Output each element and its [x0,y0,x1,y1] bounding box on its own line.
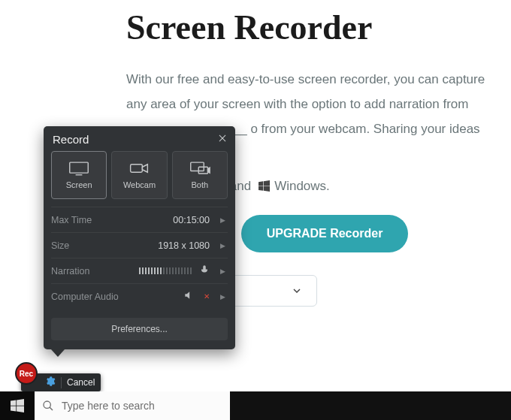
tab-screen[interactable]: Screen [51,151,107,199]
popup-title: Record [53,133,89,146]
upgrade-recorder-button[interactable]: UPGRADE Recorder [241,215,409,252]
size-value: 1918 x 1080 [77,240,210,251]
chevron-right-icon: ▶ [217,293,228,301]
popup-titlebar: Record [44,126,235,151]
chevron-right-icon: ▶ [217,242,228,249]
screen-icon [68,161,89,176]
rec-button[interactable]: Rec [17,364,36,383]
popup-tail [51,349,65,357]
svg-rect-7 [198,167,207,174]
row-size[interactable]: Size 1918 x 1080 ▶ [51,232,228,258]
search-icon [42,400,54,412]
tab-screen-label: Screen [66,180,92,189]
narration-label: Narration [51,266,89,276]
speaker-muted-icon[interactable] [183,290,194,303]
windows-start-icon [11,399,24,412]
svg-rect-2 [70,162,89,173]
chevron-right-icon: ▶ [217,216,228,224]
platform-windows: Windows. [274,179,330,194]
narration-level [97,267,192,274]
row-narration[interactable]: Narration ▶ [51,258,228,283]
maxtime-label: Max Time [51,215,92,225]
row-computer-audio[interactable]: Computer Audio ✕ ▶ [51,283,228,309]
windows-taskbar: Type here to search [0,391,511,420]
row-maxtime[interactable]: Max Time 00:15:00 ▶ [51,207,228,232]
start-button[interactable] [0,391,35,420]
tab-both[interactable]: Both [172,151,228,199]
chevron-right-icon: ▶ [217,267,228,275]
close-icon[interactable] [217,133,228,146]
svg-marker-8 [207,168,210,173]
mute-indicator: ✕ [204,292,210,301]
cancel-button[interactable]: Cancel [67,377,95,388]
maxtime-value: 00:15:00 [99,215,210,225]
both-icon [189,161,210,176]
audio-label: Computer Audio [51,292,119,302]
tab-webcam-label: Webcam [123,180,156,189]
chevron-down-icon [291,285,303,297]
tab-both-label: Both [192,180,209,189]
taskbar-search[interactable]: Type here to search [35,391,230,420]
preferences-button[interactable]: Preferences... [51,318,228,340]
search-placeholder: Type here to search [62,400,155,412]
svg-marker-5 [143,165,148,173]
page-title: Screen Recorder [126,8,488,47]
size-label: Size [51,240,69,251]
gear-icon[interactable] [44,376,56,389]
tab-webcam[interactable]: Webcam [111,151,167,199]
microphone-icon[interactable] [199,264,210,277]
webcam-icon [129,161,150,176]
record-popup: Record Screen Webcam Both Max Time 00:15… [44,126,235,349]
windows-icon [259,180,270,192]
svg-line-10 [50,407,53,410]
svg-point-9 [44,401,50,408]
svg-rect-4 [131,165,143,173]
source-tabs: Screen Webcam Both [44,151,235,207]
